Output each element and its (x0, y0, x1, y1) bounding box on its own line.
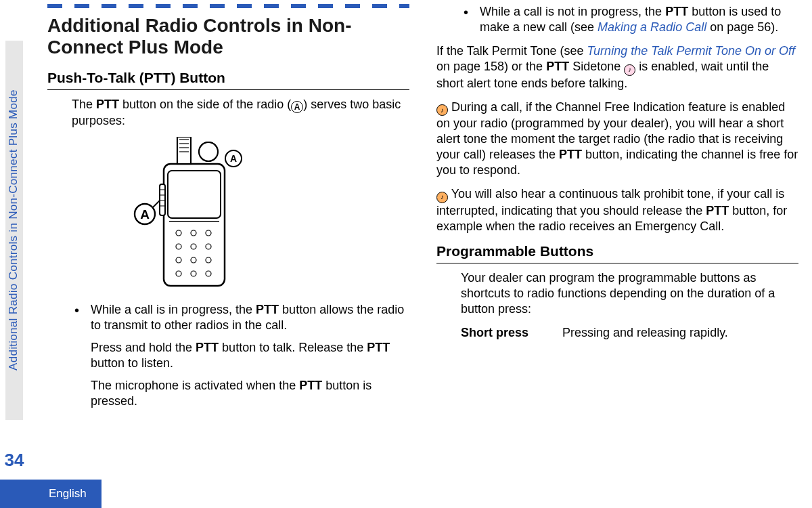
bullet1-p2: Press and hold the PTT button to talk. R… (91, 340, 409, 371)
svg-point-8 (199, 142, 218, 161)
def-term-short-press: Short press (461, 325, 542, 341)
talk-permit-paragraph: If the Talk Permit Tone (see Turning the… (436, 43, 798, 91)
channel-free-paragraph: ♪ During a call, if the Channel Free Ind… (436, 100, 798, 179)
svg-text:A: A (230, 153, 237, 164)
callout-a-icon: A (291, 101, 303, 113)
talk-prohibit-paragraph: ♪ You will also hear a continuous talk p… (436, 186, 798, 234)
radio-illustration: A A (129, 137, 250, 293)
info-icon: ♪ (436, 104, 448, 116)
side-section-tab: Additional Radio Controls in Non-Connect… (5, 41, 23, 420)
definition-row: Short press Pressing and releasing rapid… (461, 325, 798, 341)
link-making-radio-call[interactable]: Making a Radio Call (597, 20, 706, 34)
sidebar: Additional Radio Controls in Non-Connect… (0, 0, 28, 508)
subsection-ptt-title: Push-To-Talk (PTT) Button (47, 69, 409, 90)
sidetone-icon: ♪ (624, 64, 635, 76)
link-talk-permit-tone[interactable]: Turning the Talk Permit Tone On or Off (587, 44, 794, 58)
svg-rect-3 (177, 137, 191, 164)
page-content: Additional Radio Controls in Non-Connect… (41, 0, 805, 508)
bullet1-p3: The microphone is activated when the PTT… (91, 378, 409, 409)
def-desc-short-press: Pressing and releasing rapidly. (562, 325, 728, 341)
ptt-intro: The PTT button on the side of the radio … (72, 97, 409, 129)
svg-rect-1 (168, 171, 221, 218)
page-number: 34 (0, 450, 28, 471)
info-icon: ♪ (436, 192, 448, 203)
radio-figure: A A (129, 137, 409, 293)
svg-text:A: A (140, 207, 150, 221)
ptt-bullet-list-cont: While a call is not in progress, the PTT… (461, 4, 798, 35)
bullet-call-not-in-progress: While a call is not in progress, the PTT… (461, 4, 798, 35)
svg-line-16 (153, 200, 160, 207)
section-title: Additional Radio Controls in Non-Connect… (47, 15, 409, 58)
ptt-bullet-list: While a call is in progress, the PTT but… (72, 302, 409, 409)
svg-rect-9 (160, 184, 165, 215)
top-dashed-rule (47, 4, 409, 8)
subsection-programmable-title: Programmable Buttons (436, 242, 798, 263)
bullet-call-in-progress: While a call is in progress, the PTT but… (72, 302, 409, 409)
programmable-intro: Your dealer can program the programmable… (461, 270, 798, 317)
